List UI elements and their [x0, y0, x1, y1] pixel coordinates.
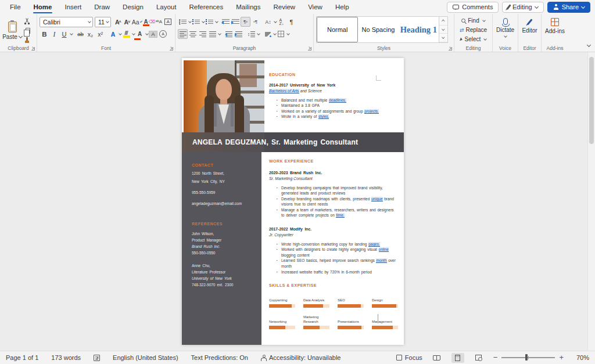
numbering-button[interactable] [191, 17, 201, 27]
strikethrough-button[interactable]: ab [76, 29, 85, 39]
doc-link[interactable]: time. [336, 213, 344, 218]
underline-button[interactable]: U [59, 29, 69, 39]
copy-button[interactable] [22, 27, 31, 34]
replace-button[interactable]: ⇄Replace [457, 26, 490, 34]
borders-button[interactable] [276, 29, 286, 39]
font-color-button[interactable]: A [135, 29, 145, 39]
doc-link[interactable]: pages. [368, 242, 380, 247]
focus-mode-button[interactable]: Focus [396, 354, 422, 361]
tab-draw[interactable]: Draw [88, 0, 116, 14]
show-hide-marks-button[interactable]: ¶ [286, 17, 296, 27]
editing-mode-button[interactable]: Editing [502, 2, 543, 13]
word-count[interactable]: 173 words [51, 354, 81, 361]
paste-button[interactable]: Paste [2, 16, 22, 44]
find-button[interactable]: Find [457, 16, 490, 25]
read-mode-button[interactable] [431, 353, 443, 363]
proofing-status[interactable]: ✗ [94, 355, 100, 361]
chevron-down-icon[interactable] [215, 20, 218, 23]
tab-layout[interactable]: Layout [150, 0, 183, 14]
zoom-level[interactable]: 70% [572, 354, 589, 361]
character-border-button[interactable]: A [163, 17, 173, 27]
comments-button[interactable]: Comments [447, 2, 499, 13]
page-indicator[interactable]: Page 1 of 1 [6, 354, 38, 361]
tab-review[interactable]: Review [267, 0, 302, 14]
rtl-text-direction-button[interactable]: ‹¶ [250, 17, 260, 27]
zoom-slider[interactable] [501, 357, 555, 358]
language-indicator[interactable]: English (United States) [113, 354, 178, 361]
ltr-text-direction-button[interactable]: ¶› [241, 17, 250, 27]
document-canvas[interactable]: EDUCATION 2014-2017 University of New Yo… [0, 52, 595, 351]
print-layout-button[interactable] [451, 353, 464, 363]
share-button[interactable]: Share [547, 2, 590, 13]
font-name-combo[interactable]: Calibri [40, 17, 93, 27]
paragraph-dialog-launcher[interactable] [308, 47, 311, 51]
doc-link[interactable]: Bachelors of Arts [269, 89, 299, 93]
chevron-down-icon[interactable] [257, 32, 260, 35]
tab-help[interactable]: Help [329, 0, 356, 14]
shading-button[interactable] [263, 29, 273, 39]
doc-link[interactable]: deadlines. [329, 98, 346, 103]
tab-design[interactable]: Design [116, 0, 150, 14]
styles-scroll-down-button[interactable] [439, 26, 447, 34]
document-page[interactable]: EDUCATION 2014-2017 University of New Yo… [182, 58, 404, 345]
web-layout-button[interactable] [472, 353, 485, 363]
styles-dialog-launcher[interactable] [449, 47, 452, 51]
zoom-slider-thumb[interactable] [525, 354, 528, 361]
styles-more-button[interactable] [439, 34, 447, 42]
font-dialog-launcher[interactable] [170, 47, 173, 51]
subscript-button[interactable]: x₂ [85, 29, 95, 39]
editor-button[interactable]: Editor [521, 16, 539, 44]
highlight-button[interactable] [121, 29, 131, 39]
accessibility-status[interactable]: Accessibility: Unavailable [261, 354, 341, 361]
tab-references[interactable]: References [182, 0, 230, 14]
line-spacing-button[interactable]: ↕ [246, 29, 256, 39]
increase-indent-button[interactable] [231, 17, 241, 27]
chevron-down-icon[interactable] [286, 32, 290, 35]
scrollbar-thumb[interactable] [589, 57, 594, 144]
collapse-ribbon-button[interactable] [587, 38, 590, 49]
phonetic-guide-button[interactable]: ᵃᵇA [155, 17, 164, 27]
zoom-in-button[interactable]: + [559, 355, 564, 361]
vertical-scrollbar[interactable] [587, 52, 595, 351]
doc-link[interactable]: projects. [364, 109, 379, 114]
grow-font-button[interactable]: A˄ [113, 17, 123, 27]
cut-button[interactable] [22, 17, 31, 25]
tab-home[interactable]: Home [27, 0, 59, 14]
shrink-font-button[interactable]: A˅ [123, 17, 132, 27]
italic-button[interactable]: I [49, 29, 59, 39]
distribute-text-button[interactable] [224, 29, 234, 39]
chevron-down-icon[interactable] [218, 32, 221, 35]
styles-scroll-up-button[interactable] [439, 17, 447, 26]
multilevel-list-button[interactable] [205, 17, 214, 27]
dictate-button[interactable]: Dictate [495, 16, 515, 44]
asian-layout-button[interactable]: A↕ [263, 17, 273, 27]
align-right-button[interactable] [198, 29, 207, 39]
decrease-indent-button[interactable] [221, 17, 231, 27]
style-no-spacing[interactable]: No Spacing [358, 17, 398, 42]
bold-button[interactable]: B [40, 29, 49, 39]
text-predictions-indicator[interactable]: Text Predictions: On [191, 354, 248, 361]
doc-link[interactable]: online [379, 247, 389, 252]
select-button[interactable]: Select [457, 35, 490, 44]
chevron-down-icon[interactable] [70, 32, 73, 35]
doc-link[interactable]: unique [371, 197, 383, 201]
doc-link[interactable]: styles. [318, 114, 329, 119]
tab-file[interactable]: File [3, 0, 27, 14]
text-effects-button[interactable]: A [108, 29, 118, 39]
align-left-button[interactable] [178, 29, 188, 39]
doc-link[interactable]: month [376, 258, 386, 263]
align-distribute-button[interactable] [234, 29, 243, 39]
zoom-out-button[interactable]: − [493, 355, 498, 361]
font-size-combo[interactable]: 11 [95, 17, 111, 27]
addins-button[interactable]: Add-ins [544, 16, 566, 44]
align-center-button[interactable] [188, 29, 198, 39]
bullets-button[interactable] [178, 17, 188, 27]
style-heading-1[interactable]: Heading 1 [399, 17, 439, 42]
tab-view[interactable]: View [302, 0, 329, 14]
clear-formatting-button[interactable]: A⌫ [145, 17, 155, 27]
tab-insert[interactable]: Insert [58, 0, 88, 14]
enclose-characters-button[interactable]: A [158, 29, 168, 39]
format-painter-button[interactable] [22, 37, 31, 44]
change-case-button[interactable]: Aa [132, 17, 142, 27]
superscript-button[interactable]: x² [95, 29, 105, 39]
